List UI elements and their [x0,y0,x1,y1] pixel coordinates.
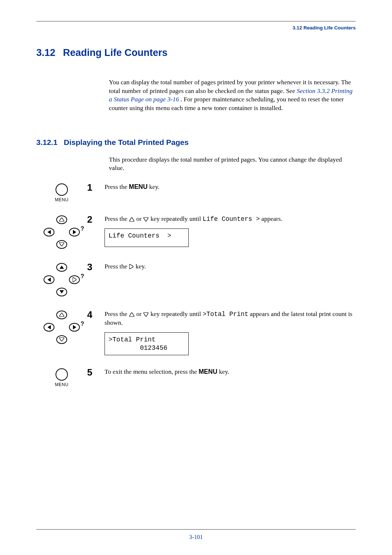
triangle-right-icon [73,325,76,329]
section-intro: You can display the total number of page… [109,78,356,113]
menu-button-icon: MENU [55,368,68,387]
step-3-number: 3 [87,262,105,272]
dpad-right-icon [69,275,80,284]
step-4-number: 4 [87,310,105,319]
triangle-right-icon [130,264,133,269]
triangle-down-icon [144,218,148,221]
step-3-icon: ? [36,262,87,297]
step-1: MENU 1 Press the MENU key. [36,183,356,202]
dpad-up-icon [56,215,67,224]
dpad-left-icon [44,275,54,284]
triangle-up-icon [130,218,134,221]
dpad-up-icon [56,311,67,319]
lcd-display: Life Counters > [105,228,189,247]
step-5-number: 5 [87,368,105,377]
dpad-icon: ? [40,263,83,297]
section-number: 3.12 [36,47,60,58]
step-1-number: 1 [87,183,105,192]
question-mark-icon: ? [81,226,84,232]
circle-icon [56,183,68,196]
menu-key-label: MENU [199,368,217,375]
subsection-number: 3.12.1 [36,138,62,147]
page-number: 3-101 [36,534,356,540]
subsection-title-text: Displaying the Total Printed Pages [64,138,189,146]
menu-button-label: MENU [55,382,68,387]
dpad-down-icon [56,240,67,249]
triangle-up-icon [60,266,64,269]
triangle-up-icon [60,218,64,221]
steps-list: MENU 1 Press the MENU key. ? 2 Pr [36,183,356,387]
dpad-icon: ? [40,215,83,250]
menu-button-label: MENU [55,197,68,202]
triangle-up-icon [60,313,64,316]
menu-key-label: MENU [129,183,148,190]
triangle-down-icon [144,313,148,316]
step-4-icon: ? [36,310,87,345]
triangle-down-icon [60,243,64,246]
step-2: ? 2 Press the or key repeatedly until Li… [36,215,356,250]
lcd-display: >Total Print 0123456 [105,332,189,355]
subsection-heading: 3.12.1 Displaying the Total Printed Page… [36,138,356,147]
question-mark-icon: ? [81,321,84,327]
footer-rule [36,529,356,530]
step-2-text: Press the or key repeatedly until Life C… [105,215,356,247]
triangle-right-icon [73,230,76,234]
section-heading: 3.12 Reading Life Counters [36,47,356,58]
triangle-left-icon [48,325,51,329]
dpad-left-icon [44,323,54,332]
page-footer: 3-101 [36,529,356,540]
step-2-number: 2 [87,215,105,224]
step-1-icon: MENU [36,183,87,202]
step-1-text: Press the MENU key. [105,183,356,191]
step-4-text: Press the or key repeatedly until >Total… [105,310,356,355]
step-2-icon: ? [36,215,87,250]
step-3: ? 3 Press the key. [36,262,356,297]
triangle-left-icon [48,278,51,282]
triangle-up-icon [130,313,134,316]
step-4: ? 4 Press the or key repeatedly until >T… [36,310,356,355]
step-5-icon: MENU [36,368,87,387]
lcd-text-inline: Life Counters > [203,215,260,223]
triangle-down-icon [60,338,64,341]
triangle-down-icon [60,290,64,293]
step-5-text: To exit the menu selection, press the ME… [105,368,356,376]
lcd-text-inline: >Total Print [203,311,248,318]
dpad-right-icon [69,228,80,236]
dpad-right-icon [69,323,80,332]
dpad-left-icon [44,228,54,236]
triangle-right-icon [73,278,76,282]
dpad-icon: ? [40,311,83,345]
circle-icon [56,368,68,381]
top-rule [36,21,356,21]
dpad-down-icon [56,335,67,344]
subsection-intro: This procedure displays the total number… [109,155,356,173]
triangle-left-icon [48,230,51,234]
step-5: MENU 5 To exit the menu selection, press… [36,368,356,387]
menu-button-icon: MENU [55,183,68,202]
step-3-text: Press the key. [105,262,356,271]
section-title-text: Reading Life Counters [63,47,168,58]
dpad-up-icon [56,263,67,272]
question-mark-icon: ? [81,273,84,280]
running-head: 3.12 Reading Life Counters [36,25,356,31]
dpad-down-icon [56,288,67,296]
